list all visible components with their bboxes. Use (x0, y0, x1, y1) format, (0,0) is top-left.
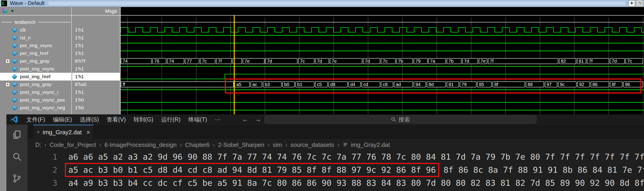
wave-highlight-red-box (225, 78, 642, 94)
signal-name-post_img_vsync[interactable]: post_img_vsync (0, 65, 71, 73)
wave-timeline-header (121, 7, 644, 15)
tab-img-gray2-dat[interactable]: img_Gray2.dat × (34, 125, 94, 139)
bus-segment: 7c (298, 58, 314, 64)
signal-value-post_img_href: 1'h1 (72, 73, 120, 80)
signal-level-line (121, 35, 644, 36)
menu-item-R[interactable]: 运行(R) (157, 114, 184, 124)
menu-item-T[interactable]: 终端(T) (184, 114, 211, 124)
signal-label: post_img_gray (20, 82, 52, 87)
signal-names-panel[interactable]: testbenchclkrst_nper_img_vsyncper_img_hr… (0, 15, 72, 114)
breadcrumb-separator: › (44, 141, 46, 149)
bus-segment: 7d (462, 58, 478, 64)
line-number: 2 (28, 165, 57, 175)
expand-plus-icon[interactable]: + (6, 82, 10, 87)
menu-item-G[interactable]: 转到(G) (130, 114, 157, 124)
signal-name-rst_n[interactable]: rst_n (0, 34, 71, 42)
breadcrumb-separator: › (268, 141, 270, 149)
titlebar-grip-handle[interactable] (48, 2, 625, 5)
signal-name-post_img_vsync_neg[interactable]: post_img_vsync_neg (0, 104, 71, 112)
breadcrumb-item[interactable]: Chapter6 (185, 141, 210, 149)
signal-name-per_img_gray[interactable]: +per_img_gray (0, 57, 71, 65)
expand-plus-icon[interactable]: + (6, 59, 10, 63)
signal-value-clk: 1'h1 (72, 26, 120, 34)
breadcrumb-separator: › (337, 141, 340, 149)
wave-window-titlebar[interactable]: Wave - Default + ◳ (0, 0, 644, 7)
signal-name-per_img_href[interactable]: per_img_href (0, 49, 71, 57)
bus-segment: 7e (243, 58, 264, 64)
explorer-icon[interactable] (7, 126, 27, 144)
signal-diamond-icon (12, 35, 17, 40)
menu-item-V[interactable]: 查看(V) (103, 114, 130, 124)
signal-name-per_img_vsync[interactable]: per_img_vsync (0, 42, 71, 49)
signal-values-panel[interactable]: 1'h11'h11'h11'h18'h7f1'h11'h18'ha51'h11'… (72, 15, 120, 114)
bus-segment: 7a (428, 58, 446, 64)
signal-label: per_img_vsync (20, 43, 52, 48)
bus-segment: 7f (216, 58, 232, 64)
breadcrumb: D:›Code_for_Project›6-ImageProcessing_de… (28, 139, 644, 150)
breadcrumb-item[interactable]: 6-ImageProcessing_design (104, 141, 177, 149)
wave-add-button[interactable]: + (628, 0, 635, 7)
search-icon (391, 117, 396, 122)
signal-value-testbench (72, 18, 120, 26)
wave-column-header: Msgs (0, 7, 644, 15)
menu-item-S[interactable]: 选择(S) (76, 114, 103, 124)
signal-group-icon[interactable] (2, 8, 10, 14)
editor-content[interactable]: 1a6 a6 a5 a2 a3 a2 9d 96 90 88 7f 7a 77 … (28, 150, 644, 191)
wave-per_img_href (121, 49, 644, 57)
bus-segment: 7b (447, 58, 462, 64)
wave-undock-icon[interactable]: ◳ (636, 0, 643, 7)
wave-post_img_vsync (121, 65, 644, 73)
chevron-down-icon[interactable] (11, 10, 14, 12)
signal-name-post_img_href[interactable]: post_img_href (0, 73, 71, 80)
time-cursor[interactable] (234, 15, 235, 114)
signal-name-post_img_vsync_r[interactable]: post_img_vsync_r (0, 88, 71, 96)
bus-segment: 7c (381, 58, 396, 64)
signal-name-post_img_gray[interactable]: +post_img_gray (0, 80, 71, 88)
msgs-column-header[interactable]: Msgs (72, 7, 120, 15)
forward-arrow-icon[interactable]: → (255, 116, 261, 123)
menu-item-F[interactable]: 文件(F) (22, 114, 49, 124)
breadcrumb-item[interactable]: source_datasets (290, 141, 334, 149)
code-line-2: 2a5 ac b3 b0 b1 c5 d8 d4 cd c8 ad 94 8d … (28, 163, 644, 176)
breadcrumb-separator: › (180, 141, 182, 149)
signal-value-per_img_href: 1'h1 (72, 49, 120, 57)
breadcrumb-item[interactable]: D: (35, 141, 41, 149)
search-sidebar-icon[interactable] (7, 147, 27, 166)
signal-diamond-icon (12, 89, 17, 95)
signal-value-rst_n: 1'h1 (72, 34, 120, 42)
group-label: testbench (15, 19, 36, 25)
bus-segment: 7b (396, 58, 413, 64)
signal-diamond-icon (12, 27, 17, 33)
signal-diamond-icon (12, 43, 17, 48)
source-control-icon[interactable] (7, 169, 27, 188)
breadcrumb-item[interactable]: sim (273, 141, 282, 149)
breadcrumb-item[interactable]: Code_for_Project (50, 141, 96, 149)
waveform-panel[interactable]: 747674777c7f7e7d7c7d7e7d7c7b797a7b7d7e7f… (121, 15, 644, 114)
wave-post_img_vsync_neg (121, 104, 644, 112)
back-arrow-icon[interactable]: ← (242, 116, 248, 123)
signal-names-header[interactable] (0, 7, 72, 15)
signal-name-post_img_vsync_pos[interactable]: post_img_vsync_pos (0, 96, 71, 104)
signal-name-testbench[interactable]: testbench (0, 18, 71, 26)
menu-item-[interactable]: ··· (211, 114, 224, 124)
wave-body: testbenchclkrst_nper_img_vsyncper_img_hr… (0, 15, 644, 114)
breadcrumb-file[interactable]: img_Gray2.dat (343, 141, 390, 149)
vscode-titlebar[interactable]: 文件(F)编辑(E)选择(S)查看(V)转到(G)运行(R)终端(T)··· ←… (6, 114, 644, 125)
editor-group: img_Gray2.dat × D:›Code_for_Project›6-Im… (28, 125, 644, 191)
bus-segment: 7c (200, 58, 216, 64)
signal-name-clk[interactable]: clk (0, 26, 71, 34)
red-boxed-hex-values: a5 ac b3 b0 b1 c5 d8 d4 cd c8 ad 94 8d 8… (65, 163, 439, 177)
close-icon[interactable]: × (86, 129, 90, 136)
search-input[interactable]: 搜索 (264, 115, 536, 124)
vscode-window: 文件(F)编辑(E)选择(S)查看(V)转到(G)运行(R)终端(T)··· ←… (6, 114, 644, 191)
signal-diamond-icon (12, 105, 17, 111)
signal-diamond-icon (12, 66, 17, 72)
breadcrumb-item[interactable]: 2-Sobel_Sharpen (218, 141, 264, 149)
code-line-3: 3a4 a9 b3 b3 b4 cc dc cf c5 be a5 91 8a … (28, 176, 644, 190)
bus-segment: 79 (414, 58, 428, 64)
signal-level-line (121, 110, 644, 111)
bus-segment: 82 (559, 58, 576, 64)
tab-bar[interactable]: img_Gray2.dat × (28, 125, 644, 139)
menu-item-E[interactable]: 编辑(E) (49, 114, 76, 124)
signal-level-line (121, 66, 644, 67)
